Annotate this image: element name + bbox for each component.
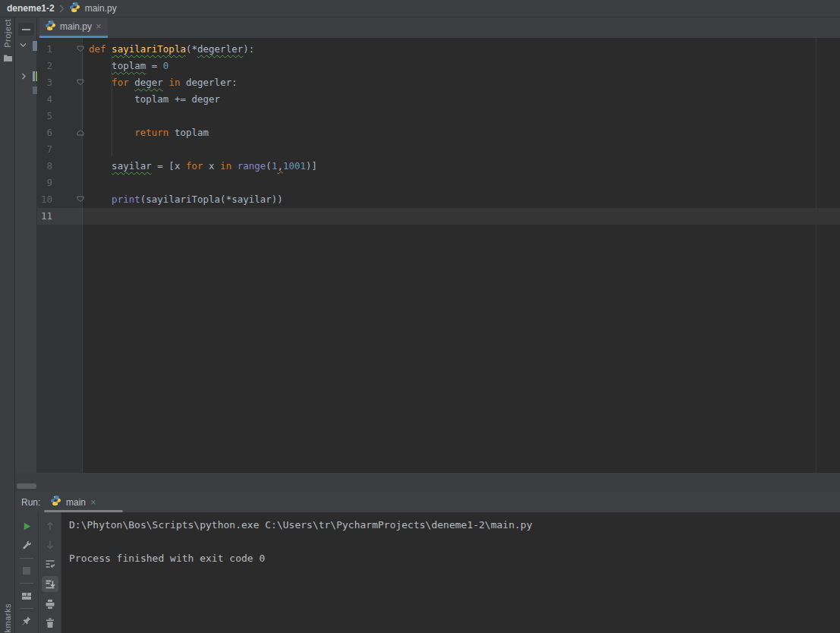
line-number: 1 <box>37 41 52 58</box>
code-line-7[interactable]: 7 <box>37 141 840 158</box>
close-icon[interactable]: × <box>96 23 102 30</box>
code-text: print(sayilariTopla(*sayilar)) <box>89 191 283 208</box>
code-line-11[interactable]: 11 <box>37 208 840 225</box>
code-text: toplam += deger <box>89 91 220 108</box>
line-number: 4 <box>37 91 52 108</box>
down-arrow-icon <box>42 537 58 552</box>
scrollbar-thumb[interactable] <box>17 483 36 489</box>
pycharm-window: deneme1-2 main.py Project Bookmarks <box>0 0 840 633</box>
tab-label: main.py <box>60 21 92 32</box>
chevron-right-icon <box>59 5 64 13</box>
line-number: 6 <box>37 124 52 141</box>
console-line: D:\Phyton\Bos\Scripts\python.exe C:\User… <box>69 517 840 534</box>
minus-icon <box>22 29 30 30</box>
python-icon <box>50 495 61 509</box>
breadcrumb-file[interactable]: main.py <box>85 3 117 14</box>
run-tab-main[interactable]: main × <box>50 495 96 509</box>
code-line-5[interactable]: 5 <box>37 108 840 124</box>
restore-layout-icon[interactable] <box>18 588 35 603</box>
run-toolbar-left <box>15 512 39 633</box>
run-tab-label: main <box>66 497 86 508</box>
console-line <box>69 534 840 550</box>
code-line-10[interactable]: 10 print(sayilariTopla(*sayilar)) <box>37 191 840 208</box>
fold-down-icon[interactable] <box>77 196 84 203</box>
folder-icon <box>33 71 35 81</box>
run-console[interactable]: D:\Phyton\Bos\Scripts\python.exe C:\User… <box>61 512 840 633</box>
line-number: 10 <box>37 191 52 208</box>
code-line-4[interactable]: 4 toplam += deger <box>37 91 840 108</box>
line-number: 3 <box>37 74 52 91</box>
line-number: 8 <box>37 158 52 175</box>
print-icon[interactable] <box>42 597 58 611</box>
bookmarks-stripe-label: Bookmarks <box>3 603 12 633</box>
stop-icon <box>18 563 35 578</box>
run-icon[interactable] <box>18 518 35 534</box>
breadcrumb-project[interactable]: deneme1-2 <box>7 3 55 14</box>
toolbar-divider <box>20 558 33 559</box>
scroll-to-end-icon[interactable] <box>42 576 58 592</box>
line-number: 7 <box>37 141 52 158</box>
run-toolbar-right <box>39 512 61 633</box>
python-icon <box>69 2 80 16</box>
editor-run-splitter[interactable] <box>15 473 840 492</box>
chevron-down-icon[interactable] <box>19 41 27 49</box>
hide-panel-button[interactable] <box>18 23 34 36</box>
fold-down-icon[interactable] <box>77 79 84 86</box>
run-label: Run: <box>21 497 40 508</box>
up-arrow-icon <box>42 518 58 533</box>
run-header: Run: main × <box>15 492 840 512</box>
console-line: Process finished with exit code 0 <box>69 550 840 567</box>
line-number: 9 <box>37 175 52 191</box>
close-icon[interactable]: × <box>90 499 96 506</box>
code-line-1[interactable]: 1def sayilariTopla(*degerler): <box>37 41 840 58</box>
code-line-3[interactable]: 3 for deger in degerler: <box>37 74 840 91</box>
code-text: for deger in degerler: <box>89 74 238 91</box>
project-stripe-button[interactable]: Project <box>0 19 15 65</box>
pin-icon[interactable] <box>18 613 35 628</box>
code-text: def sayilariTopla(*degerler): <box>89 41 254 58</box>
project-panel <box>15 17 37 483</box>
code-text: toplam = 0 <box>89 58 168 74</box>
tool-window-stripe <box>0 17 15 633</box>
settings-wrench-icon[interactable] <box>18 538 35 553</box>
code-text: sayilar = [x for x in range(1,1001)] <box>89 158 317 175</box>
code-line-8[interactable]: 8 sayilar = [x for x in range(1,1001)] <box>37 158 840 175</box>
project-stripe-label: Project <box>3 19 12 48</box>
bookmarks-stripe-button[interactable]: Bookmarks <box>0 603 15 633</box>
editor-tabbar: main.py × <box>37 17 840 38</box>
delete-icon[interactable] <box>42 616 58 631</box>
toolbar-divider <box>20 608 33 609</box>
line-number: 5 <box>37 108 52 124</box>
toolbar-divider <box>20 583 33 584</box>
tab-main-py[interactable]: main.py × <box>39 17 108 38</box>
python-icon <box>45 20 56 34</box>
folder-icon <box>3 52 13 65</box>
fold-down-icon[interactable] <box>77 46 84 52</box>
code-line-6[interactable]: 6 return toplam <box>37 124 840 141</box>
fold-up-icon[interactable] <box>77 129 84 136</box>
code-editor[interactable]: 1def sayilariTopla(*degerler):2 toplam =… <box>37 38 840 473</box>
chevron-right-icon[interactable] <box>20 72 28 80</box>
code-line-9[interactable]: 9 <box>37 175 840 191</box>
breadcrumb: deneme1-2 main.py <box>0 0 840 17</box>
code-line-2[interactable]: 2 toplam = 0 <box>37 58 840 74</box>
line-number: 2 <box>37 58 52 74</box>
run-tool-window: Run: main × D:\Phyton\Bos\Scripts\python… <box>15 492 840 633</box>
line-number: 11 <box>37 208 52 225</box>
soft-wrap-icon[interactable] <box>42 557 58 572</box>
code-text: return toplam <box>89 124 209 141</box>
